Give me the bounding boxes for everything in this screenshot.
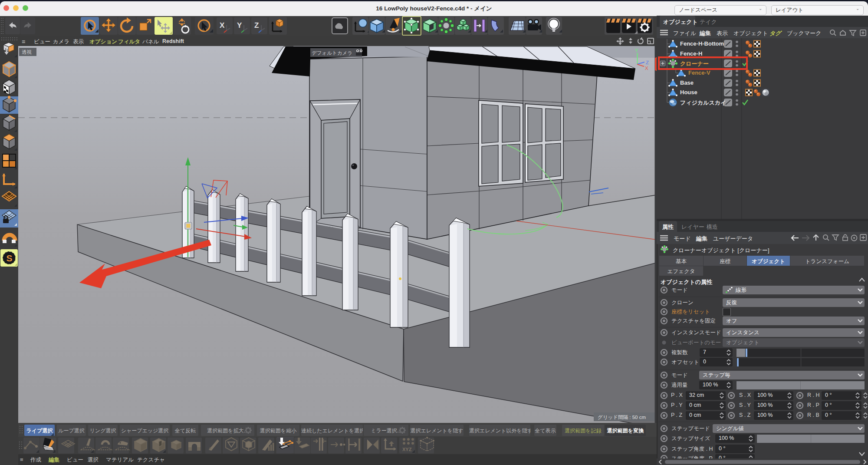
svg-text:Z: Z (254, 21, 259, 30)
svg-text:デフォルトカメラ: デフォルトカメラ (312, 50, 352, 56)
svg-text:Z: Z (646, 60, 649, 65)
svg-text:グリッド間隔 : 50 cm: グリッド間隔 : 50 cm (598, 415, 646, 420)
svg-text:S: S (7, 253, 13, 263)
svg-text:透視: 透視 (22, 49, 32, 55)
svg-text:Y: Y (237, 21, 242, 30)
svg-text:XYZ: XYZ (402, 447, 412, 452)
svg-text:X: X (645, 66, 648, 71)
svg-text:Y: Y (635, 48, 638, 53)
svg-text:X: X (220, 21, 225, 30)
